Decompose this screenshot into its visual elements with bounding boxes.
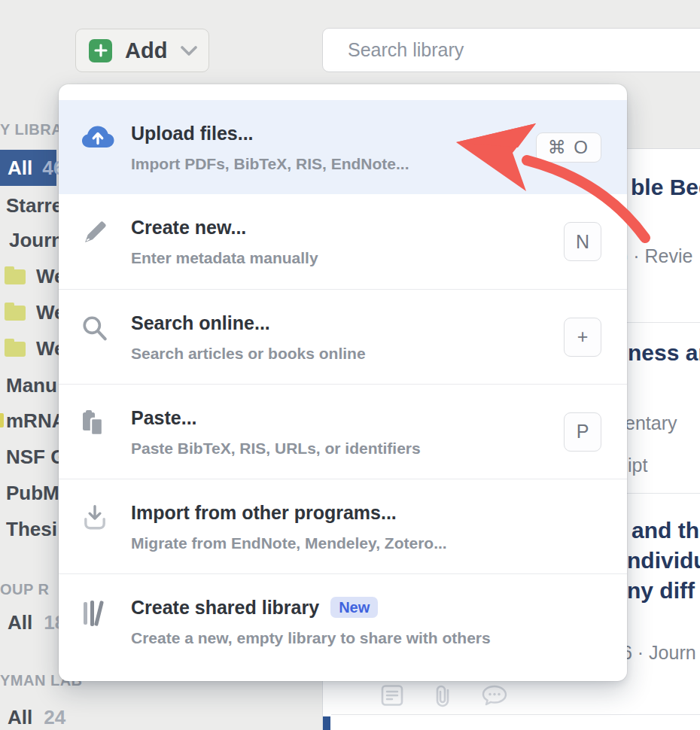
shortcut-badge: + <box>564 318 601 357</box>
sidebar-item-pubmed[interactable]: PubM <box>6 482 59 505</box>
plus-icon <box>89 39 112 62</box>
reference-attachment-label: ipt <box>628 455 647 476</box>
sidebar-item-count: 24 <box>44 706 65 729</box>
add-button-label: Add <box>125 38 167 63</box>
sidebar-item-label: Thesi <box>6 518 57 541</box>
chevron-down-icon <box>178 42 200 59</box>
sidebar-header-group: OUP R <box>0 581 49 598</box>
menu-item-subtitle: Paste BibTeX, RIS, URLs, or identifiers <box>131 439 421 458</box>
add-button[interactable]: Add <box>75 29 209 72</box>
menu-item-subtitle: Migrate from EndNote, Mendeley, Zotero..… <box>131 534 447 553</box>
selected-row-indicator <box>323 716 330 730</box>
reference-title[interactable]: ble Bed <box>631 175 700 200</box>
sidebar-folder-item-3[interactable]: We <box>5 337 65 360</box>
sidebar-item-mrna[interactable]: mRNA <box>6 409 65 433</box>
sidebar-item-label: Manu <box>6 374 57 397</box>
sidebar-folder-item-1[interactable]: We <box>5 265 65 288</box>
folder-icon <box>5 342 26 357</box>
sidebar-item-journals[interactable]: Journ <box>9 229 63 252</box>
sidebar-header-my-library: Y LIBRA <box>0 121 62 138</box>
menu-item-upload-files[interactable]: Upload files... Import PDFs, BibTeX, RIS… <box>59 100 627 194</box>
reference-title[interactable]: and th <box>632 518 699 543</box>
comment-icon[interactable] <box>482 685 507 710</box>
sidebar-item-label: NSF G <box>6 446 65 469</box>
sidebar-item-label: PubM <box>6 482 59 505</box>
menu-item-title: Create new... <box>131 216 318 239</box>
menu-item-create-new[interactable]: Create new... Enter metadata manually N <box>59 194 627 289</box>
sidebar-item-label: Journ <box>9 229 63 252</box>
menu-item-paste[interactable]: Paste... Paste BibTeX, RIS, URLs, or ide… <box>59 384 627 479</box>
search-input[interactable] <box>322 28 700 72</box>
sidebar-item-starred[interactable]: Starre <box>6 194 62 217</box>
reference-title[interactable]: ndividu <box>627 548 700 573</box>
sidebar-item-nsf-grant[interactable]: NSF G <box>6 446 65 469</box>
menu-item-create-shared-library[interactable]: Create shared library New Create a new, … <box>59 573 627 681</box>
sidebar-item-group-all[interactable]: All 18 <box>8 611 65 634</box>
menu-item-title: Import from other programs... <box>131 501 447 524</box>
shortcut-badge: N <box>564 222 601 261</box>
menu-item-subtitle: Enter metadata manually <box>131 248 318 268</box>
folder-icon <box>5 306 26 321</box>
sidebar-folder-item-2[interactable]: We <box>5 301 65 324</box>
label-icon <box>0 413 4 427</box>
reference-meta: ) · Revie <box>622 245 692 267</box>
list-divider <box>331 714 700 715</box>
shortcut-badge: ⌘ O <box>536 132 601 163</box>
add-dropdown-menu: Upload files... Import PDFs, BibTeX, RIS… <box>59 84 627 681</box>
library-icon <box>81 596 131 631</box>
menu-item-subtitle: Search articles or books online <box>131 344 366 363</box>
sidebar-item-thesis[interactable]: Thesi <box>6 518 57 541</box>
notes-icon[interactable] <box>381 685 403 710</box>
shortcut-badge: P <box>564 412 601 452</box>
sidebar-item-label: All <box>8 611 32 634</box>
cloud-upload-icon <box>81 122 131 152</box>
reference-attachment-label: entary <box>625 412 677 434</box>
sidebar-item-lab-all[interactable]: All 24 <box>8 706 65 729</box>
menu-item-import-programs[interactable]: Import from other programs... Migrate fr… <box>59 479 627 573</box>
download-icon <box>81 501 131 534</box>
menu-item-title: Search online... <box>131 312 366 334</box>
sidebar-item-all[interactable]: All 46 <box>0 150 56 186</box>
reference-title[interactable]: ness ar <box>628 340 700 366</box>
sidebar-item-label: All <box>8 157 32 180</box>
reference-meta: 6 · Journ <box>622 642 696 664</box>
menu-item-title: Upload files... <box>131 122 409 144</box>
menu-item-search-online[interactable]: Search online... Search articles or book… <box>59 289 627 384</box>
folder-icon <box>5 269 26 284</box>
menu-item-subtitle: Create a new, empty library to share wit… <box>131 628 491 648</box>
clipboard-icon <box>81 406 131 441</box>
attachment-icon[interactable] <box>434 685 452 710</box>
new-badge: New <box>330 597 378 618</box>
pencil-icon <box>81 216 131 249</box>
sidebar-item-label: Starre <box>6 194 62 217</box>
reference-title[interactable]: ny diff <box>627 578 695 604</box>
menu-item-subtitle: Import PDFs, BibTeX, RIS, EndNote... <box>131 154 409 174</box>
magnifier-icon <box>81 312 131 345</box>
menu-item-title: Create shared library <box>131 596 319 619</box>
menu-item-title: Paste... <box>131 406 421 429</box>
sidebar-item-label: All <box>8 706 32 729</box>
sidebar-item-label: mRNA <box>6 409 65 433</box>
sidebar-item-manuscripts[interactable]: Manu <box>6 374 57 397</box>
